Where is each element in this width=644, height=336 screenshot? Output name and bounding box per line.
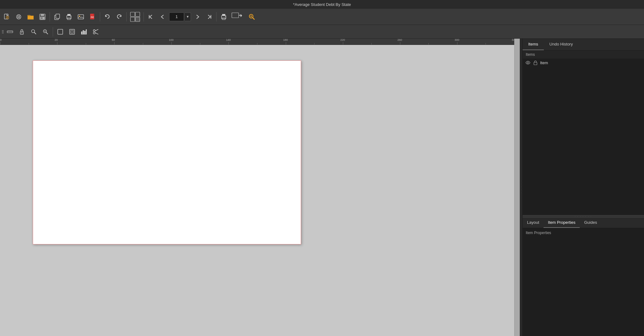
- ruler: -202060100140180220260300340: [0, 39, 514, 45]
- toolbar2: [0, 25, 644, 39]
- toolbar2-chart-btn[interactable]: [78, 26, 90, 37]
- right-panel: Items Undo History Items: [522, 39, 644, 336]
- svg-point-33: [22, 32, 22, 33]
- panel-bottom-content: Item Properties: [523, 228, 644, 336]
- toolbar2-select2-btn[interactable]: [66, 26, 78, 37]
- svg-rect-10: [56, 14, 60, 18]
- svg-point-14: [70, 16, 71, 17]
- svg-rect-29: [232, 13, 239, 18]
- page-dropdown-btn[interactable]: ▼: [185, 12, 191, 21]
- atlas-btn[interactable]: [128, 11, 142, 22]
- toolbar2-select-btn[interactable]: [55, 26, 66, 37]
- svg-point-43: [93, 30, 95, 31]
- export-btn[interactable]: [230, 11, 246, 22]
- svg-rect-15: [78, 15, 84, 19]
- sep3: [126, 12, 127, 22]
- svg-rect-36: [58, 29, 63, 34]
- page-number-input[interactable]: [169, 12, 184, 21]
- svg-point-45: [527, 62, 529, 64]
- vertical-scrollbar[interactable]: [514, 39, 520, 336]
- print2-btn[interactable]: [218, 11, 229, 22]
- import-pdf-btn[interactable]: PDF: [87, 11, 98, 22]
- new-file-btn[interactable]: [1, 11, 12, 22]
- next-page-btn[interactable]: [192, 11, 203, 22]
- svg-rect-23: [149, 15, 149, 19]
- guides-tab[interactable]: Guides: [580, 218, 601, 228]
- panel-top-content: Items Item: [523, 50, 644, 215]
- main: -202060100140180220260300340 · · · · · I…: [0, 39, 644, 336]
- svg-rect-46: [534, 62, 537, 65]
- copy-btn[interactable]: [51, 11, 63, 22]
- sep1: [50, 12, 50, 22]
- toolbar2-lock-btn[interactable]: [16, 26, 27, 37]
- redo-btn[interactable]: [114, 11, 125, 22]
- canvas-content[interactable]: [0, 45, 514, 336]
- svg-rect-41: [84, 31, 85, 34]
- svg-rect-8: [41, 17, 42, 19]
- undo-history-tab[interactable]: Undo History: [544, 39, 578, 50]
- svg-rect-20: [135, 12, 140, 17]
- title-bar: *Average Student Debt By State: [0, 0, 644, 9]
- item-properties-tab[interactable]: Item Properties: [544, 218, 580, 228]
- toolbar2-scissors-btn[interactable]: [90, 26, 101, 37]
- svg-text:PDF: PDF: [91, 16, 94, 18]
- panel-top-tabs: Items Undo History: [523, 39, 644, 50]
- save-btn[interactable]: [37, 11, 48, 22]
- t2-sep1: [53, 27, 53, 36]
- toolbar2-search2-btn[interactable]: [40, 26, 51, 37]
- layout-tab[interactable]: Layout: [523, 218, 544, 228]
- import-img-btn[interactable]: [75, 11, 86, 22]
- svg-rect-42: [86, 29, 87, 34]
- svg-point-44: [93, 32, 95, 34]
- svg-rect-21: [130, 17, 135, 22]
- sep5: [216, 12, 217, 22]
- undo-btn[interactable]: [102, 11, 113, 22]
- sep4: [144, 12, 144, 22]
- svg-rect-39: [81, 31, 82, 34]
- window-title: *Average Student Debt By State: [293, 2, 351, 7]
- eye-icon[interactable]: [525, 60, 531, 65]
- svg-rect-38: [71, 30, 74, 33]
- svg-rect-40: [83, 30, 84, 34]
- items-header: Items: [523, 50, 644, 59]
- lock-icon[interactable]: [533, 60, 538, 65]
- open-file-btn[interactable]: [13, 11, 24, 22]
- print-btn[interactable]: [63, 11, 75, 22]
- panel-horizontal-resize[interactable]: · · · · · · ·: [523, 215, 644, 218]
- next-atlas-btn[interactable]: [203, 11, 215, 22]
- page: [33, 60, 301, 244]
- sep2: [100, 12, 100, 22]
- svg-rect-22: [135, 17, 140, 22]
- panel-resize-handle-vertical[interactable]: · · · · ·: [520, 39, 522, 336]
- items-tab[interactable]: Items: [523, 39, 544, 50]
- svg-rect-6: [41, 14, 44, 16]
- toolbar2-search-btn[interactable]: [28, 26, 39, 37]
- svg-rect-19: [130, 12, 135, 17]
- svg-rect-24: [211, 15, 211, 19]
- svg-rect-26: [222, 14, 225, 16]
- svg-rect-12: [67, 14, 71, 16]
- toolbar1: PDF ▼: [0, 9, 644, 25]
- zoom-btn[interactable]: [246, 11, 257, 22]
- prev-page-btn[interactable]: [157, 11, 168, 22]
- panel-bottom: Layout Item Properties Guides Item Prope…: [523, 218, 644, 336]
- page-input-container: ▼: [169, 12, 191, 21]
- panel-bottom-tabs: Layout Item Properties Guides: [523, 218, 644, 228]
- svg-point-28: [225, 16, 226, 17]
- item-label: Item: [540, 60, 548, 65]
- item-row[interactable]: Item: [523, 59, 644, 67]
- item-properties-label: Item Properties: [526, 231, 641, 235]
- toolbar2-btn1[interactable]: [4, 26, 16, 37]
- open-folder-btn[interactable]: [25, 11, 36, 22]
- panel-top: Items Undo History Items: [523, 39, 644, 215]
- canvas-area: -202060100140180220260300340: [0, 39, 514, 336]
- prev-atlas-btn[interactable]: [145, 11, 157, 22]
- svg-rect-4: [28, 16, 33, 19]
